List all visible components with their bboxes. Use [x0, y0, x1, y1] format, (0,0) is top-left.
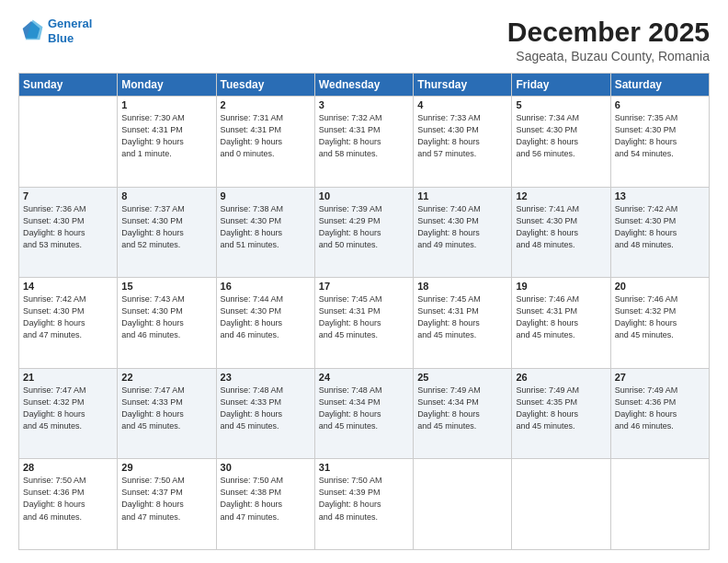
header: General Blue December 2025 Sageata, Buza… [18, 17, 710, 63]
day-number: 24 [319, 372, 409, 383]
logo-text: General Blue [48, 17, 92, 45]
calendar-table: SundayMondayTuesdayWednesdayThursdayFrid… [18, 73, 710, 550]
day-info: Sunrise: 7:50 AM Sunset: 4:38 PM Dayligh… [221, 475, 311, 523]
day-number: 6 [615, 99, 705, 110]
calendar-cell: 30Sunrise: 7:50 AM Sunset: 4:38 PM Dayli… [216, 459, 314, 550]
day-number: 12 [516, 190, 606, 201]
day-info: Sunrise: 7:34 AM Sunset: 4:30 PM Dayligh… [516, 112, 606, 160]
title-block: December 2025 Sageata, Buzau County, Rom… [507, 17, 710, 63]
day-number: 3 [319, 99, 409, 110]
day-info: Sunrise: 7:36 AM Sunset: 4:30 PM Dayligh… [23, 203, 113, 251]
calendar-cell: 7Sunrise: 7:36 AM Sunset: 4:30 PM Daylig… [19, 187, 118, 278]
day-number: 5 [516, 99, 606, 110]
day-info: Sunrise: 7:46 AM Sunset: 4:32 PM Dayligh… [615, 293, 705, 341]
day-info: Sunrise: 7:40 AM Sunset: 4:30 PM Dayligh… [417, 203, 507, 251]
calendar-cell [512, 459, 610, 550]
day-info: Sunrise: 7:50 AM Sunset: 4:37 PM Dayligh… [121, 475, 211, 523]
calendar-cell: 2Sunrise: 7:31 AM Sunset: 4:31 PM Daylig… [216, 97, 314, 188]
calendar-cell: 18Sunrise: 7:45 AM Sunset: 4:31 PM Dayli… [414, 278, 512, 369]
calendar-cell: 16Sunrise: 7:44 AM Sunset: 4:30 PM Dayli… [216, 278, 314, 369]
day-info: Sunrise: 7:31 AM Sunset: 4:31 PM Dayligh… [221, 112, 311, 160]
day-number: 18 [417, 281, 507, 292]
day-info: Sunrise: 7:50 AM Sunset: 4:36 PM Dayligh… [23, 475, 113, 523]
day-number: 25 [417, 372, 507, 383]
calendar-cell: 26Sunrise: 7:49 AM Sunset: 4:35 PM Dayli… [512, 368, 610, 459]
calendar-cell: 28Sunrise: 7:50 AM Sunset: 4:36 PM Dayli… [19, 459, 118, 550]
day-info: Sunrise: 7:45 AM Sunset: 4:31 PM Dayligh… [319, 293, 409, 341]
calendar-cell: 20Sunrise: 7:46 AM Sunset: 4:32 PM Dayli… [610, 278, 709, 369]
calendar-cell: 25Sunrise: 7:49 AM Sunset: 4:34 PM Dayli… [414, 368, 512, 459]
weekday-header-cell: Sunday [19, 74, 118, 97]
weekday-header-cell: Friday [512, 74, 610, 97]
calendar-cell: 13Sunrise: 7:42 AM Sunset: 4:30 PM Dayli… [610, 187, 709, 278]
day-number: 21 [23, 372, 113, 383]
day-info: Sunrise: 7:43 AM Sunset: 4:30 PM Dayligh… [121, 293, 211, 341]
calendar-cell: 24Sunrise: 7:48 AM Sunset: 4:34 PM Dayli… [314, 368, 413, 459]
day-info: Sunrise: 7:48 AM Sunset: 4:33 PM Dayligh… [221, 385, 311, 432]
day-number: 15 [121, 281, 211, 292]
day-number: 2 [221, 99, 311, 110]
day-info: Sunrise: 7:41 AM Sunset: 4:30 PM Dayligh… [516, 203, 606, 251]
day-info: Sunrise: 7:50 AM Sunset: 4:39 PM Dayligh… [319, 475, 409, 523]
calendar-cell: 21Sunrise: 7:47 AM Sunset: 4:32 PM Dayli… [19, 368, 118, 459]
calendar-cell: 27Sunrise: 7:49 AM Sunset: 4:36 PM Dayli… [610, 368, 709, 459]
day-number: 16 [221, 281, 311, 292]
day-number: 1 [121, 99, 211, 110]
day-info: Sunrise: 7:47 AM Sunset: 4:33 PM Dayligh… [121, 385, 211, 432]
calendar-cell [414, 459, 512, 550]
weekday-header-cell: Wednesday [314, 74, 413, 97]
calendar-cell: 5Sunrise: 7:34 AM Sunset: 4:30 PM Daylig… [512, 97, 610, 188]
day-number: 9 [221, 190, 311, 201]
calendar-cell: 17Sunrise: 7:45 AM Sunset: 4:31 PM Dayli… [314, 278, 413, 369]
day-number: 20 [615, 281, 705, 292]
day-info: Sunrise: 7:35 AM Sunset: 4:30 PM Dayligh… [615, 112, 705, 160]
day-number: 31 [319, 462, 409, 473]
calendar-cell: 19Sunrise: 7:46 AM Sunset: 4:31 PM Dayli… [512, 278, 610, 369]
day-number: 30 [221, 462, 311, 473]
day-info: Sunrise: 7:30 AM Sunset: 4:31 PM Dayligh… [121, 112, 211, 160]
day-number: 27 [615, 372, 705, 383]
day-info: Sunrise: 7:48 AM Sunset: 4:34 PM Dayligh… [319, 385, 409, 432]
logo: General Blue [18, 17, 92, 45]
day-info: Sunrise: 7:42 AM Sunset: 4:30 PM Dayligh… [23, 293, 113, 341]
day-number: 29 [121, 462, 211, 473]
day-info: Sunrise: 7:39 AM Sunset: 4:29 PM Dayligh… [319, 203, 409, 251]
day-number: 19 [516, 281, 606, 292]
day-info: Sunrise: 7:47 AM Sunset: 4:32 PM Dayligh… [23, 385, 113, 432]
day-number: 23 [221, 372, 311, 383]
day-info: Sunrise: 7:44 AM Sunset: 4:30 PM Dayligh… [221, 293, 311, 341]
calendar-cell: 3Sunrise: 7:32 AM Sunset: 4:31 PM Daylig… [314, 97, 413, 188]
calendar-cell: 31Sunrise: 7:50 AM Sunset: 4:39 PM Dayli… [314, 459, 413, 550]
day-number: 28 [23, 462, 113, 473]
day-number: 13 [615, 190, 705, 201]
calendar-cell: 10Sunrise: 7:39 AM Sunset: 4:29 PM Dayli… [314, 187, 413, 278]
day-number: 22 [121, 372, 211, 383]
day-info: Sunrise: 7:49 AM Sunset: 4:35 PM Dayligh… [516, 385, 606, 432]
logo-icon [18, 18, 44, 44]
day-info: Sunrise: 7:49 AM Sunset: 4:34 PM Dayligh… [417, 385, 507, 432]
calendar-cell: 11Sunrise: 7:40 AM Sunset: 4:30 PM Dayli… [414, 187, 512, 278]
day-info: Sunrise: 7:33 AM Sunset: 4:30 PM Dayligh… [417, 112, 507, 160]
day-number: 8 [121, 190, 211, 201]
calendar-cell: 15Sunrise: 7:43 AM Sunset: 4:30 PM Dayli… [118, 278, 216, 369]
calendar-cell: 4Sunrise: 7:33 AM Sunset: 4:30 PM Daylig… [414, 97, 512, 188]
day-number: 7 [23, 190, 113, 201]
calendar-cell: 1Sunrise: 7:30 AM Sunset: 4:31 PM Daylig… [118, 97, 216, 188]
weekday-header-cell: Thursday [414, 74, 512, 97]
day-info: Sunrise: 7:42 AM Sunset: 4:30 PM Dayligh… [615, 203, 705, 251]
day-number: 26 [516, 372, 606, 383]
day-info: Sunrise: 7:46 AM Sunset: 4:31 PM Dayligh… [516, 293, 606, 341]
calendar-cell: 6Sunrise: 7:35 AM Sunset: 4:30 PM Daylig… [610, 97, 709, 188]
calendar-cell: 12Sunrise: 7:41 AM Sunset: 4:30 PM Dayli… [512, 187, 610, 278]
day-number: 4 [417, 99, 507, 110]
calendar-cell [19, 97, 118, 188]
day-number: 14 [23, 281, 113, 292]
day-info: Sunrise: 7:37 AM Sunset: 4:30 PM Dayligh… [121, 203, 211, 251]
day-info: Sunrise: 7:32 AM Sunset: 4:31 PM Dayligh… [319, 112, 409, 160]
day-number: 11 [417, 190, 507, 201]
calendar-cell: 14Sunrise: 7:42 AM Sunset: 4:30 PM Dayli… [19, 278, 118, 369]
calendar-cell: 22Sunrise: 7:47 AM Sunset: 4:33 PM Dayli… [118, 368, 216, 459]
calendar-cell [610, 459, 709, 550]
day-number: 17 [319, 281, 409, 292]
calendar-cell: 8Sunrise: 7:37 AM Sunset: 4:30 PM Daylig… [118, 187, 216, 278]
